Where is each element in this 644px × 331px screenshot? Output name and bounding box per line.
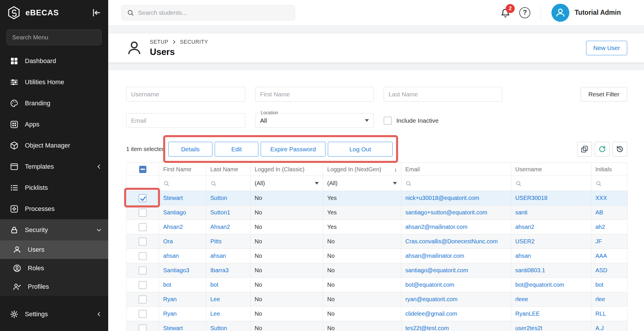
last-name-link[interactable]: Ibarra3 — [210, 267, 229, 274]
column-header-email[interactable]: Email — [401, 163, 511, 176]
filter-cell-first-name[interactable] — [159, 176, 206, 191]
email-link[interactable]: santiago@equatorit.com — [405, 267, 468, 274]
select-all-checkbox[interactable] — [139, 166, 146, 173]
row-checkbox[interactable] — [139, 223, 147, 231]
table-row[interactable]: botbotNoNobot@equatorit.combot@equatorit… — [126, 278, 628, 292]
first-name-link[interactable]: Stewart — [163, 195, 183, 201]
sidebar-item-settings[interactable]: Settings — [0, 304, 108, 325]
sidebar-collapse-icon[interactable] — [91, 8, 101, 18]
filter-cell-last-name[interactable] — [206, 176, 251, 191]
history-button[interactable] — [612, 142, 627, 157]
sidebar-item-apps[interactable]: Apps — [0, 114, 108, 135]
sidebar-item-users[interactable]: Users — [0, 240, 108, 259]
last-name-link[interactable]: Pitts — [210, 238, 222, 245]
table-row[interactable]: ahsanahsanNoNoahsan@mailinator.comahsanA… — [126, 249, 628, 263]
initials-link[interactable]: XXX — [595, 195, 607, 201]
sidebar-item-templates[interactable]: Templates — [0, 156, 108, 177]
column-header-logged-nextgen[interactable]: Logged In (NextGen)↓ — [323, 163, 401, 176]
email-link[interactable]: ahsan@mailinator.com — [405, 253, 464, 259]
select-all-header-cell[interactable] — [126, 163, 159, 176]
email-link[interactable]: Cras.convallis@DonecestNunc.com — [405, 238, 498, 245]
user-menu[interactable]: Tutorial Admin — [551, 4, 621, 22]
initials-link[interactable]: ASD — [595, 267, 607, 274]
username-link[interactable]: user2tes2t — [515, 325, 542, 331]
row-checkbox[interactable] — [139, 310, 147, 318]
initials-link[interactable]: A.J — [595, 325, 604, 331]
first-name-link[interactable]: Ora — [163, 238, 173, 245]
last-name-link[interactable]: Ahsan2 — [210, 224, 230, 230]
initials-link[interactable]: AB — [595, 209, 603, 216]
refresh-button[interactable] — [595, 142, 610, 157]
sidebar-item-utilities-home[interactable]: Utilities Home — [0, 71, 108, 93]
sidebar-item-processes[interactable]: Processes — [0, 198, 108, 219]
email-link[interactable]: tes22t@test.com — [405, 325, 449, 331]
email-link[interactable]: ryan@equatorit.com — [405, 296, 457, 303]
sidebar-item-picklists[interactable]: Picklists — [0, 177, 108, 198]
first-name-link[interactable]: Stewart — [163, 325, 183, 331]
first-name-link[interactable]: Ryan — [163, 310, 177, 317]
filter-cell-email[interactable] — [401, 176, 511, 191]
table-row[interactable]: Ahsan2Ahsan2NoYesahsan2@mailinator.comah… — [126, 220, 628, 234]
first-name-link[interactable]: Santiago — [163, 209, 186, 216]
sidebar-item-object-manager[interactable]: Object Manager — [0, 135, 108, 156]
username-link[interactable]: santi — [515, 209, 527, 216]
expire-password-button[interactable]: Expire Password — [261, 142, 325, 157]
column-chooser-button[interactable] — [577, 142, 592, 157]
table-row[interactable]: StewartSuttonNoNotes22t@test.comuser2tes… — [126, 321, 628, 331]
initials-link[interactable]: ah2 — [595, 224, 605, 230]
username-link[interactable]: ahsan2 — [515, 224, 534, 230]
sidebar-item-branding[interactable]: Branding — [0, 93, 108, 114]
table-row[interactable]: OraPittsNoNoCras.convallis@DonecestNunc.… — [126, 234, 628, 249]
new-user-button[interactable]: New User — [586, 41, 627, 55]
row-checkbox[interactable] — [139, 209, 147, 217]
last-name-link[interactable]: Sutton — [210, 195, 227, 201]
last-name-link[interactable]: Lee — [210, 296, 220, 303]
student-search-input[interactable] — [122, 5, 295, 20]
sidebar-item-security[interactable]: Security — [0, 219, 108, 240]
filter-cell-logged-nextgen[interactable]: (All) — [323, 176, 401, 191]
row-checkbox[interactable] — [139, 252, 147, 260]
sidebar-search-input[interactable] — [7, 30, 102, 45]
column-header-username[interactable]: Username — [511, 163, 591, 176]
last-name-link[interactable]: Sutton1 — [210, 209, 230, 216]
last-name-link[interactable]: ahsan — [210, 253, 226, 259]
first-name-link[interactable]: Santiago3 — [163, 267, 189, 274]
table-row[interactable]: SantiagoSutton1NoYessantiago+sutton@equa… — [126, 205, 628, 220]
initials-link[interactable]: rlee — [595, 296, 605, 303]
last-name-link[interactable]: Sutton — [210, 325, 227, 331]
help-button[interactable]: ? — [519, 7, 530, 18]
filter-cell-logged-classic[interactable]: (All) — [251, 176, 323, 191]
column-header-initials[interactable]: Initials — [591, 163, 628, 176]
include-inactive-toggle[interactable]: Include Inactive — [384, 117, 439, 125]
first-name-link[interactable]: Ryan — [163, 296, 177, 303]
username-link[interactable]: rleee — [515, 296, 528, 303]
column-header-last-name[interactable]: Last Name — [206, 163, 251, 176]
table-row[interactable]: Santiago3Ibarra3NoNosantiago@equatorit.c… — [126, 263, 628, 278]
edit-button[interactable]: Edit — [215, 142, 258, 157]
email-link[interactable]: ahsan2@mailinator.com — [405, 224, 468, 230]
row-checkbox[interactable] — [139, 194, 147, 202]
row-checkbox[interactable] — [139, 281, 147, 289]
table-row[interactable]: StewartSuttonNoYesnick+u30018@equatorit.… — [126, 191, 628, 205]
row-checkbox[interactable] — [139, 295, 147, 304]
username-link[interactable]: USER2 — [515, 238, 535, 245]
first-name-link[interactable]: Ahsan2 — [163, 224, 183, 230]
email-link[interactable]: bot@equatorit.com — [405, 282, 454, 288]
username-link[interactable]: USER30018 — [515, 195, 547, 201]
username-link[interactable]: santi0803.1 — [515, 267, 545, 274]
table-row[interactable]: RyanLeeNoNoclidelee@gmail.comRyanLEERLL — [126, 307, 628, 321]
log-out-button[interactable]: Log Out — [328, 142, 393, 157]
table-row[interactable]: RyanLeeNoNoryan@equatorit.comrleeerlee — [126, 292, 628, 307]
reset-filter-button[interactable]: Reset Filter — [581, 87, 627, 102]
details-button[interactable]: Details — [168, 142, 212, 157]
email-link[interactable]: santiago+sutton@equatorit.com — [405, 209, 487, 216]
username-link[interactable]: RyanLEE — [515, 310, 540, 317]
username-filter-input[interactable] — [126, 87, 245, 102]
location-select[interactable]: Location All — [255, 113, 374, 128]
initials-link[interactable]: bot — [595, 282, 603, 288]
username-link[interactable]: bot@equatorit.com — [515, 282, 564, 288]
row-checkbox[interactable] — [139, 266, 147, 275]
last-name-link[interactable]: bot — [210, 282, 218, 288]
email-filter-input[interactable] — [126, 113, 245, 128]
last-name-filter-input[interactable] — [384, 87, 502, 102]
